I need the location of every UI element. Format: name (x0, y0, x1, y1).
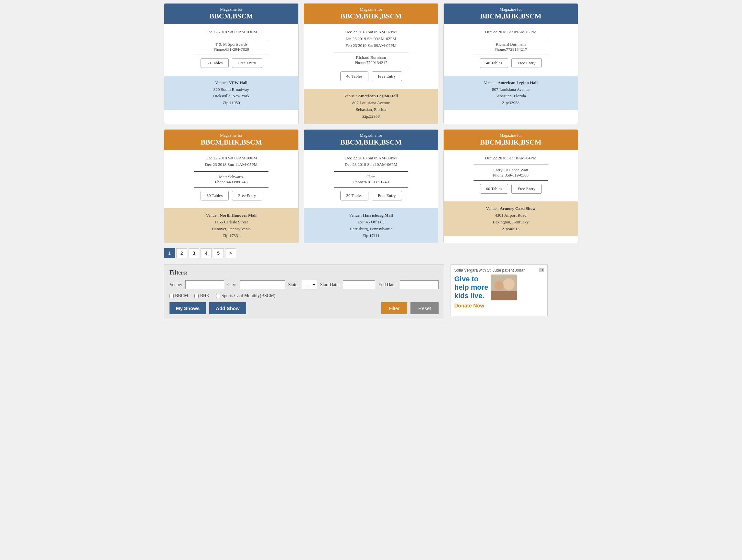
my-shows-button[interactable]: My Shows (169, 302, 206, 314)
card-venue: Venue : North Hanover Mall 1155 Carlisle… (164, 208, 298, 243)
card-date: Dec 22 2018 Sat 09AM-09PM (309, 155, 433, 162)
card-mag-title: BBCM,BHK,BSCM (448, 12, 573, 20)
card-date: Dec 22 2018 Sat 09AM-09PM (169, 155, 293, 162)
city-label: City: (227, 282, 236, 287)
bscm-checkbox-label[interactable]: Sports Card Monthly(BSCM) (216, 293, 275, 298)
venue-address: 320 South Broadway (213, 87, 249, 92)
card-header: Magazine for BBCM,BHK,BSCM (444, 4, 578, 24)
card-badges: 30 Tables Free Entry (169, 58, 293, 68)
card-divider-1 (334, 171, 408, 172)
state-select[interactable]: -- (302, 280, 317, 289)
bottom-row: Filters: Venue: City: State: -- Start Da… (164, 265, 578, 319)
card-tables-badge: 30 Tables (340, 191, 369, 201)
card-mag-title: BBCM,BSCM (169, 12, 294, 20)
card-date: Jan 26 2019 Sat 09AM-02PM (309, 36, 433, 42)
venue-input[interactable] (186, 280, 224, 289)
start-date-input[interactable] (343, 280, 375, 289)
bhk-checkbox[interactable] (195, 294, 199, 298)
card-venue: Venue : VFW Hall 320 South Broadway Hick… (164, 76, 298, 110)
card-contact: Matt SchwartzPhone:4433980743 (169, 174, 293, 185)
card-body: Dec 22 2018 Sat 09AM-02PMJan 26 2019 Sat… (304, 24, 438, 89)
card-contact: Larry Or Lance WattPhone:859-619-0380 (449, 167, 573, 178)
bbcm-label: BBCM (175, 293, 188, 298)
card-tables-badge: 30 Tables (201, 191, 229, 201)
card-dates: Dec 22 2018 Sat 09AM-02PMJan 26 2019 Sat… (309, 29, 433, 49)
card-divider-2 (194, 55, 268, 55)
card-venue: Venue : American Legion Hall 807 Louisia… (304, 89, 438, 123)
bhk-label: BHK (200, 293, 210, 298)
card-card-3: Magazine for BBCM,BHK,BSCM Dec 22 2018 S… (443, 3, 578, 124)
venue-zip: Zip:32958 (502, 100, 520, 105)
card-body: Dec 22 2018 Sat 09AM-09PMDec 23 2018 Sun… (304, 150, 438, 209)
card-header: Magazine for BBCM,BHK,BSCM (164, 130, 298, 150)
card-card-4: Magazine for BBCM,BHK,BSCM Dec 22 2018 S… (164, 129, 299, 243)
ad-donate-text[interactable]: Donate Now (454, 303, 544, 309)
cards-grid: Magazine for BBCM,BSCM Dec 22 2018 Sat 0… (164, 3, 578, 243)
card-date: Dec 23 2018 Sun 11AM-05PM (169, 161, 293, 168)
bscm-checkbox[interactable] (216, 294, 220, 298)
card-entry-badge: Free Entry (232, 58, 262, 68)
ad-image (491, 275, 517, 300)
venue-label-text: Venue : (486, 206, 500, 211)
card-date: Dec 22 2018 Sat 09AM-02PM (309, 29, 433, 36)
city-input[interactable] (240, 280, 285, 289)
svg-rect-3 (491, 291, 517, 300)
state-label: State: (288, 282, 299, 287)
venue-city: Sebastian, Florida (356, 107, 386, 112)
pagination-page-2[interactable]: 2 (176, 248, 187, 258)
venue-city: Lexington, Kentucky (493, 220, 529, 224)
pagination-next[interactable]: > (225, 248, 236, 258)
pagination-page-4[interactable]: 4 (201, 248, 212, 258)
card-divider-2 (334, 68, 408, 68)
venue-city: Harrisburg, Pennsylvania (350, 226, 392, 231)
card-tables-badge: 40 Tables (480, 58, 509, 68)
card-mag-for: Magazine for (448, 7, 573, 12)
pagination-page-5[interactable]: 5 (213, 248, 224, 258)
card-body: Dec 22 2018 Sat 10AM-04PM Larry Or Lance… (444, 150, 578, 202)
card-venue: Venue : Armory Card Show 4301 Airport Ro… (444, 202, 578, 236)
card-divider-1 (194, 171, 268, 172)
pagination-page-1[interactable]: 1 (164, 248, 175, 258)
card-divider-1 (194, 39, 268, 39)
venue-label-text: Venue : (206, 213, 220, 218)
pagination-page-3[interactable]: 3 (189, 248, 200, 258)
card-divider-2 (334, 187, 408, 187)
add-show-button[interactable]: Add Show (209, 302, 246, 314)
card-tables-badge: 30 Tables (201, 58, 229, 68)
venue-name: American Legion Hall (358, 94, 398, 98)
card-mag-title: BBCM,BHK,BSCM (448, 138, 573, 147)
reset-button[interactable]: Reset (411, 302, 439, 314)
card-header: Magazine for BBCM,BHK,BSCM (304, 130, 438, 150)
card-divider-2 (474, 55, 547, 55)
card-date: Dec 22 2018 Sat 09AM-03PM (169, 29, 293, 36)
card-badges: 40 Tables Free Entry (309, 71, 433, 81)
venue-name: Armory Card Show (500, 206, 536, 211)
filters-title: Filters: (169, 269, 439, 276)
card-date: Feb 23 2019 Sat 09AM-02PM (309, 42, 433, 49)
bhk-checkbox-label[interactable]: BHK (195, 293, 210, 298)
card-venue: Venue : Harrisburg Mall Exit 45 Off I 83… (304, 208, 438, 243)
card-contact: Richard BurnhamPhone:7729134217 (449, 42, 573, 52)
card-dates: Dec 22 2018 Sat 10AM-04PM (449, 155, 573, 162)
card-header: Magazine for BBCM,BHK,BSCM (304, 4, 438, 24)
card-dates: Dec 22 2018 Sat 09AM-03PM (169, 29, 293, 36)
card-mag-for: Magazine for (169, 133, 294, 138)
bbcm-checkbox-label[interactable]: BBCM (169, 293, 188, 298)
venue-zip: Zip:40513 (502, 226, 520, 231)
filter-button[interactable]: Filter (381, 302, 407, 314)
card-date: Dec 22 2018 Sat 09AM-02PM (449, 29, 573, 36)
card-badges: 40 Tables Free Entry (449, 58, 573, 68)
start-date-label: Start Date: (320, 282, 339, 287)
card-card-5: Magazine for BBCM,BHK,BSCM Dec 22 2018 S… (304, 129, 438, 243)
ad-give-text: Give to (454, 275, 488, 283)
venue-label-text: Venue : (215, 80, 229, 85)
venue-label: Venue: (169, 282, 182, 287)
card-header: Magazine for BBCM,BSCM (164, 4, 298, 24)
venue-address: 807 Louisiana Avenue (352, 100, 390, 105)
end-date-input[interactable] (400, 280, 439, 289)
ad-help-text: help more (454, 283, 488, 292)
pagination: 12345> (164, 248, 578, 258)
venue-label-text: Venue : (349, 213, 363, 218)
card-date: Dec 23 2018 Sun 10AM-06PM (309, 161, 433, 168)
bbcm-checkbox[interactable] (169, 294, 174, 298)
